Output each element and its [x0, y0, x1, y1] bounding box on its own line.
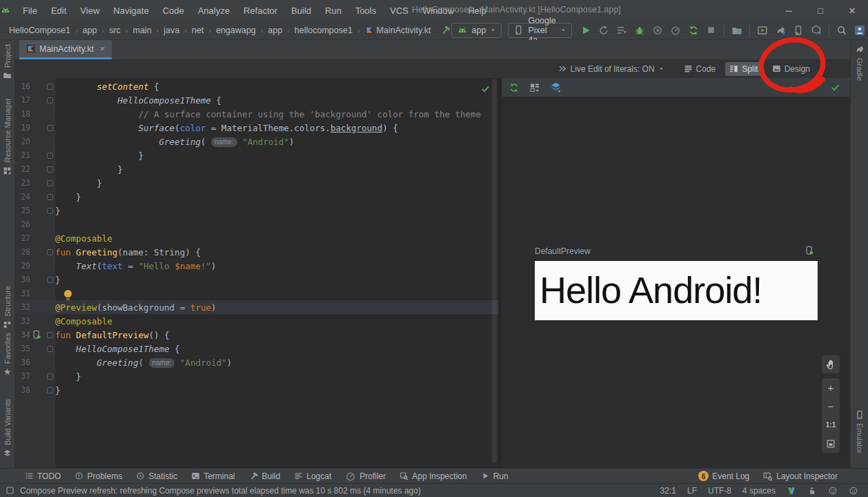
preview-render-frame[interactable]: Hello Android!	[535, 261, 818, 320]
tool-window-build[interactable]: Build	[244, 470, 286, 483]
code-line-24[interactable]: 24 }	[15, 190, 499, 204]
menu-code[interactable]: Code	[157, 3, 190, 19]
apply-restart-icon[interactable]	[596, 23, 611, 38]
tab-mainactivity[interactable]: MainActivity.kt ×	[19, 40, 112, 59]
stop-icon[interactable]	[704, 23, 719, 38]
gradle-sync-icon[interactable]	[773, 23, 788, 38]
running-devices-icon[interactable]	[755, 23, 770, 38]
fold-marker[interactable]	[47, 166, 53, 173]
build-project-icon[interactable]	[440, 25, 451, 36]
code-line-27[interactable]: 27 @Composable	[15, 231, 499, 245]
code-line-34[interactable]: 34 fun DefaultPreview() {	[15, 328, 499, 342]
code-line-38[interactable]: 38 }	[15, 383, 499, 397]
fold-marker[interactable]	[47, 277, 53, 283]
device-select[interactable]: Google Pixel 4a	[508, 23, 571, 38]
search-icon[interactable]	[834, 23, 849, 38]
fold-marker[interactable]	[47, 346, 53, 352]
fold-marker[interactable]	[47, 97, 53, 104]
code-line-25[interactable]: 25 }	[15, 204, 499, 217]
code-line-28[interactable]: 28 fun Greeting(name: String) {	[15, 245, 499, 259]
fold-marker[interactable]	[47, 249, 53, 255]
zoom-fit-button[interactable]	[822, 434, 840, 453]
menu-navigate[interactable]: Navigate	[107, 3, 155, 19]
avatar-icon[interactable]	[852, 23, 867, 38]
tool-button-favorites[interactable]: Favorites ★	[0, 333, 14, 376]
zoom-out-button[interactable]: −	[822, 397, 840, 416]
tool-button-project[interactable]: Project	[0, 44, 14, 80]
sync-icon[interactable]	[686, 23, 701, 38]
fold-marker[interactable]	[47, 125, 53, 131]
breadcrumb-item[interactable]: net	[190, 24, 206, 37]
code-line-32[interactable]: 32 @Preview(showBackground = true)	[15, 300, 499, 314]
code-line-29[interactable]: 29 Text(text = "Hello $name!")	[15, 259, 499, 273]
tab-close-icon[interactable]: ×	[100, 44, 105, 54]
breadcrumb-item[interactable]: src	[107, 24, 123, 37]
code-line-18[interactable]: 18 // A surface container using the 'bac…	[15, 107, 499, 121]
feedback-sad-icon[interactable]	[849, 486, 858, 496]
breadcrumb-item[interactable]: app	[81, 24, 99, 37]
breadcrumb-item[interactable]: java	[161, 24, 181, 37]
tool-window-profiler[interactable]: Profiler	[339, 469, 391, 483]
menu-refactor[interactable]: Refactor	[237, 3, 284, 19]
breadcrumb-file[interactable]: MainActivity.kt	[363, 24, 433, 37]
apply-code-icon[interactable]	[614, 23, 629, 38]
line-ending-indicator[interactable]: LF	[687, 486, 697, 496]
fold-marker[interactable]	[47, 180, 53, 186]
editor-scrollbar[interactable]	[492, 79, 497, 463]
code-line-35[interactable]: 35 HelloCompose1Theme {	[15, 342, 499, 355]
tool-button-build-variants[interactable]: Build Variants	[0, 399, 14, 458]
device-file-explorer-icon[interactable]	[729, 23, 744, 38]
menu-file[interactable]: File	[17, 3, 43, 19]
code-line-26[interactable]: 26	[15, 217, 499, 231]
tool-window-layout-inspector[interactable]: Layout Inspector	[758, 470, 843, 483]
feedback-happy-icon[interactable]	[828, 486, 838, 496]
indent-indicator[interactable]: 4 spaces	[742, 486, 776, 496]
code-line-21[interactable]: 21 }	[15, 148, 499, 162]
breadcrumb-item[interactable]: engawapg	[214, 24, 258, 37]
layers-icon[interactable]	[550, 81, 562, 93]
code-line-23[interactable]: 23 }	[15, 176, 499, 190]
view-options-icon[interactable]	[529, 82, 540, 93]
code-line-20[interactable]: 20 Greeting( name: "Android")	[15, 135, 499, 148]
fold-marker[interactable]	[47, 153, 53, 159]
encoding-indicator[interactable]: UTF-8	[708, 486, 731, 496]
code-line-37[interactable]: 37 }	[15, 369, 499, 383]
tool-button-resource-manager[interactable]: Resource Manager	[0, 98, 14, 175]
menu-build[interactable]: Build	[285, 3, 317, 19]
sdk-manager-icon[interactable]	[809, 23, 824, 38]
profiler-icon[interactable]	[668, 23, 683, 38]
zoom-in-button[interactable]: +	[822, 378, 840, 397]
menu-tools[interactable]: Tools	[349, 3, 382, 19]
tool-window-terminal[interactable]: Terminal	[186, 470, 240, 483]
fold-marker[interactable]	[47, 84, 53, 90]
tool-window-todo[interactable]: TODO	[19, 470, 66, 483]
mode-code-button[interactable]: Code	[680, 62, 720, 76]
tool-window-problems[interactable]: Problems	[69, 470, 128, 483]
tool-window-logcat[interactable]: Logcat	[288, 470, 337, 483]
code-line-36[interactable]: 36 Greeting( name: "Android")	[15, 355, 499, 369]
fold-marker[interactable]	[47, 373, 53, 380]
code-editor[interactable]: 16 setContent { 17 HelloCompose1Theme { …	[15, 78, 499, 468]
attach-debugger-icon[interactable]	[650, 23, 665, 38]
code-line-31[interactable]: 31	[15, 286, 499, 300]
menu-view[interactable]: View	[74, 3, 106, 19]
refresh-preview-icon[interactable]	[509, 82, 520, 93]
tool-window-run[interactable]: Run	[475, 470, 514, 483]
tool-button-structure[interactable]: Structure	[0, 286, 14, 329]
fold-marker[interactable]	[47, 332, 53, 338]
breadcrumb-item[interactable]: main	[130, 24, 153, 37]
menu-vcs[interactable]: VCS	[384, 3, 415, 19]
breadcrumb-item[interactable]: hellocompose1	[293, 24, 355, 37]
code-line-22[interactable]: 22 }	[15, 162, 499, 176]
fold-marker[interactable]	[47, 194, 53, 200]
code-line-30[interactable]: 30 }	[15, 273, 499, 286]
menu-edit[interactable]: Edit	[45, 3, 72, 19]
run-preview-gutter-icon[interactable]	[32, 330, 42, 340]
maximize-button[interactable]: □	[805, 0, 836, 21]
preview-name-label[interactable]: DefaultPreview	[535, 246, 591, 256]
tool-button-emulator[interactable]: Emulator	[851, 410, 868, 454]
menu-analyze[interactable]: Analyze	[192, 3, 236, 19]
run-preview-icon[interactable]	[805, 246, 815, 255]
caret-position[interactable]: 32:1	[660, 486, 676, 496]
pan-tool-button[interactable]	[822, 355, 840, 373]
